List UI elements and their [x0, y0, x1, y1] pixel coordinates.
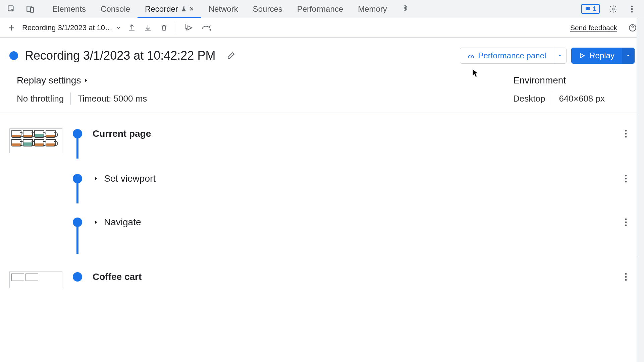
svg-point-9 [625, 130, 627, 132]
replay-caret[interactable] [622, 48, 635, 64]
svg-point-3 [612, 8, 614, 10]
replay-button[interactable]: Replay [571, 48, 635, 64]
svg-point-4 [631, 5, 633, 7]
gauge-icon [467, 52, 475, 60]
svg-point-5 [631, 8, 633, 10]
step-group: Current page Set viewport [0, 113, 644, 256]
step-set-viewport[interactable]: Set viewport [9, 173, 635, 197]
settings-panel: Replay settings No throttling Timeout: 5… [0, 72, 644, 113]
step-title: Set viewport [104, 173, 156, 184]
flask-icon [181, 6, 187, 12]
import-icon[interactable] [126, 22, 137, 33]
export-icon[interactable] [143, 22, 153, 33]
device-toggle-icon[interactable] [25, 4, 36, 14]
svg-point-18 [625, 273, 627, 275]
more-icon[interactable] [627, 4, 637, 14]
svg-point-11 [625, 136, 627, 138]
chevron-right-icon [84, 78, 88, 83]
tab-performance[interactable]: Performance [290, 0, 351, 18]
chevron-right-icon[interactable] [93, 175, 99, 182]
step-replay-icon[interactable] [184, 22, 195, 33]
svg-point-12 [625, 175, 627, 177]
issues-count: 1 [593, 5, 596, 13]
status-dot [9, 51, 18, 60]
replay-settings-heading[interactable]: Replay settings [17, 75, 513, 86]
issues-badge[interactable]: 1 [581, 4, 600, 14]
environment-heading: Environment [513, 75, 627, 86]
step-title: Navigate [104, 217, 141, 228]
step-menu-icon[interactable] [621, 173, 631, 184]
step-thumbnail [9, 272, 62, 288]
toolbar-divider [177, 22, 177, 33]
env-size: 640×608 px [559, 94, 605, 104]
new-recording-icon[interactable] [6, 22, 17, 33]
delete-icon[interactable] [159, 22, 169, 33]
performance-panel-label: Performance panel [478, 51, 546, 60]
step-coffee-cart[interactable]: Coffee cart [9, 272, 635, 295]
svg-point-10 [625, 133, 627, 135]
svg-point-20 [625, 279, 627, 281]
svg-point-7 [210, 29, 211, 31]
recording-title: Recording 3/1/2023 at 10:42:22 PM [25, 49, 215, 63]
timeline-dot [73, 129, 82, 138]
chevron-right-icon[interactable] [93, 219, 99, 226]
tab-sources[interactable]: Sources [246, 0, 290, 18]
step-thumbnail [9, 128, 62, 153]
steps-list: Current page Set viewport [0, 113, 644, 344]
step-menu-icon[interactable] [621, 128, 631, 139]
step-menu-icon[interactable] [621, 217, 631, 228]
svg-point-19 [625, 276, 627, 278]
timeline-dot [73, 272, 82, 282]
step-current-page[interactable]: Current page [9, 128, 635, 153]
close-tab-icon[interactable]: × [190, 5, 194, 13]
inspect-icon[interactable] [6, 4, 17, 14]
timeline-dot [73, 174, 82, 183]
step-title: Coffee cart [93, 272, 142, 282]
tab-console[interactable]: Console [93, 0, 138, 18]
recording-selector[interactable]: Recording 3/1/2023 at 10… [22, 23, 121, 32]
tab-memory[interactable]: Memory [351, 0, 394, 18]
scrollbar[interactable] [637, 18, 644, 362]
svg-point-17 [625, 225, 627, 226]
performance-panel-caret[interactable] [553, 48, 566, 63]
svg-point-16 [625, 222, 627, 223]
tab-network[interactable]: Network [201, 0, 246, 18]
tab-recorder[interactable]: Recorder × [138, 0, 201, 18]
settings-divider [70, 93, 71, 105]
devtools-tabbar: Elements Console Recorder × Network Sour… [0, 0, 644, 18]
step-menu-icon[interactable] [621, 272, 631, 282]
throttling-value: No throttling [17, 94, 64, 104]
svg-point-6 [631, 11, 633, 12]
timeline-dot [73, 218, 82, 227]
step-group: Coffee cart [0, 256, 644, 310]
svg-rect-2 [31, 7, 34, 12]
step-over-icon[interactable] [201, 22, 213, 33]
edit-title-icon[interactable] [227, 51, 235, 60]
replay-label: Replay [589, 51, 614, 60]
play-icon [579, 52, 585, 59]
settings-icon[interactable] [608, 4, 619, 14]
svg-point-14 [625, 181, 627, 183]
settings-divider [552, 93, 552, 105]
tab-elements[interactable]: Elements [45, 0, 93, 18]
step-title: Current page [93, 128, 151, 139]
performance-panel-button[interactable]: Performance panel [460, 48, 567, 64]
svg-point-15 [625, 219, 627, 220]
timeout-value: Timeout: 5000 ms [77, 94, 147, 104]
env-device: Desktop [513, 94, 545, 104]
svg-point-13 [625, 178, 627, 180]
tabs-overflow[interactable] [394, 0, 417, 18]
feedback-link[interactable]: Send feedback [570, 24, 617, 32]
recorder-toolbar: Recording 3/1/2023 at 10… Send feedback [0, 18, 644, 38]
step-navigate[interactable]: Navigate [9, 217, 635, 240]
recording-header: Recording 3/1/2023 at 10:42:22 PM Perfor… [0, 38, 644, 72]
